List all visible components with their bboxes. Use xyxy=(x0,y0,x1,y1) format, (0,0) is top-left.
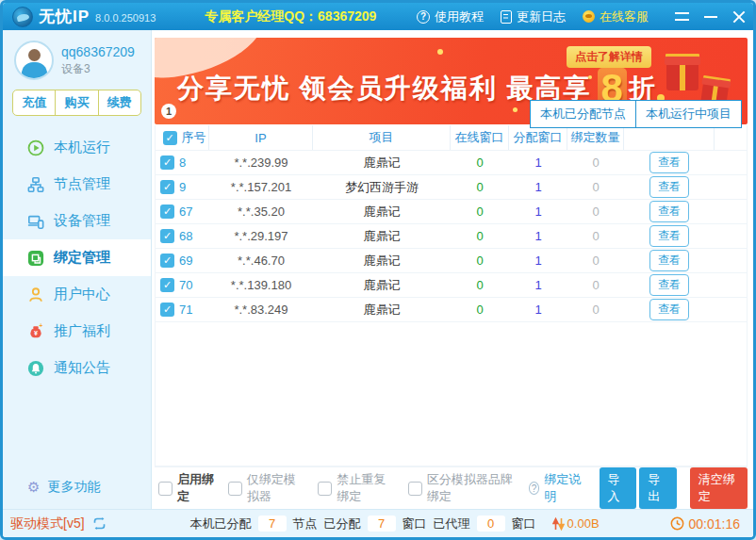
enable-binding-checkbox[interactable]: ✓ 启用绑定 xyxy=(158,471,215,505)
sidebar-item-node-management[interactable]: 节点管理 xyxy=(3,166,151,203)
app-window: 无忧IP 8.0.0.250913 专属客户经理QQ：68367209 ? 使用… xyxy=(0,0,756,540)
minimize-icon[interactable] xyxy=(704,16,717,18)
checkbox-icon[interactable]: ✓ xyxy=(318,482,332,496)
changelog-button[interactable]: 更新日志 xyxy=(501,8,566,25)
more-features-button[interactable]: ⚙ 更多功能 xyxy=(3,471,151,509)
row-checkbox[interactable]: ✓ xyxy=(160,303,174,317)
nodes-table: ✓ 序号 IP 项目 在线窗口 分配窗口 绑定数量 ✓ 8 *.*.239.99… xyxy=(155,125,748,466)
up-down-arrows-icon xyxy=(552,517,565,531)
binding-help-link[interactable]: ? 绑定说明 xyxy=(529,471,584,505)
sidebar-item-local-run[interactable]: 本机运行 xyxy=(3,129,151,166)
main-panel: 分享无忧 领会员升级福利 最高享8折 点击了解详情 1 本机已分配节点 本机运行… xyxy=(152,30,753,509)
brand-distinct-binding-checkbox[interactable]: ✓ 区分模拟器品牌绑定 xyxy=(408,471,516,505)
row-ip: *.*.35.20 xyxy=(209,205,313,219)
view-button[interactable]: 查看 xyxy=(649,201,689,222)
tab-bar: 本机已分配节点 本机运行中项目 xyxy=(530,100,742,128)
row-assigned-windows: 1 xyxy=(509,303,567,317)
recharge-button[interactable]: 充值 xyxy=(13,90,56,115)
no-duplicate-binding-checkbox[interactable]: ✓ 禁止重复绑定 xyxy=(318,471,394,505)
row-online-windows: 0 xyxy=(451,278,509,292)
row-assigned-windows: 1 xyxy=(509,155,567,170)
col-header-extra xyxy=(715,125,747,150)
device-label: 设备3 xyxy=(61,61,135,77)
row-number: 9 xyxy=(179,180,186,194)
tab-assigned-nodes[interactable]: 本机已分配节点 xyxy=(530,100,636,128)
sidebar-item-user-center[interactable]: 用户中心 xyxy=(3,276,151,313)
assigned-nodes-count: 7 xyxy=(258,515,287,532)
confetti-dot xyxy=(437,49,443,55)
row-assigned-windows: 1 xyxy=(509,254,567,268)
title-bar: 无忧IP 8.0.0.250913 专属客户经理QQ：68367209 ? 使用… xyxy=(3,3,753,30)
buy-button[interactable]: 购买 xyxy=(56,90,98,115)
row-checkbox[interactable]: ✓ xyxy=(160,180,174,194)
row-ip: *.*.46.70 xyxy=(209,254,313,268)
app-version: 8.0.0.250913 xyxy=(95,12,156,24)
row-checkbox[interactable]: ✓ xyxy=(160,205,174,219)
row-assigned-windows: 1 xyxy=(509,205,567,219)
svg-text:+: + xyxy=(40,323,43,329)
row-online-windows: 0 xyxy=(451,205,509,219)
view-button[interactable]: 查看 xyxy=(649,152,689,173)
import-button[interactable]: 导入 xyxy=(600,467,637,509)
row-checkbox[interactable]: ✓ xyxy=(160,155,174,170)
row-ip: *.*.29.197 xyxy=(209,229,313,243)
row-bound-count: 0 xyxy=(567,229,624,243)
driver-mode[interactable]: 驱动模式[v5] xyxy=(10,515,107,532)
row-checkbox[interactable]: ✓ xyxy=(160,254,174,268)
status-stats: 本机已分配 7 节点 已分配 7 窗口 已代理 0 窗口 0.00B xyxy=(190,515,600,532)
view-button[interactable]: 查看 xyxy=(649,250,689,271)
row-checkbox[interactable]: ✓ xyxy=(160,278,174,292)
tutorial-button[interactable]: ? 使用教程 xyxy=(417,8,484,25)
row-ip: *.*.83.249 xyxy=(209,303,313,317)
status-bar: 驱动模式[v5] 本机已分配 7 节点 已分配 7 窗口 已代理 0 窗口 0.… xyxy=(3,509,753,537)
sidebar-item-notices[interactable]: 通知公告 xyxy=(3,350,151,386)
table-row: ✓ 67 *.*.35.20 鹿鼎记 0 1 0 查看 xyxy=(156,200,747,224)
select-all-checkbox[interactable]: ✓ xyxy=(163,131,177,145)
emulator-only-checkbox[interactable]: ✓ 仅绑定模拟器 xyxy=(228,471,304,505)
windows-label-2: 窗口 xyxy=(512,515,536,532)
sidebar-item-binding-management[interactable]: 绑定管理 xyxy=(3,239,151,276)
row-project: 梦幻西游手游 xyxy=(313,179,451,196)
row-ip: *.*.157.201 xyxy=(209,180,313,194)
view-button[interactable]: 查看 xyxy=(649,274,689,296)
close-icon[interactable] xyxy=(732,10,746,24)
tab-running-projects[interactable]: 本机运行中项目 xyxy=(636,100,742,128)
export-button[interactable]: 导出 xyxy=(639,467,677,509)
table-empty-area xyxy=(156,322,747,466)
online-service-button[interactable]: 在线客服 xyxy=(583,8,649,25)
refresh-icon[interactable] xyxy=(91,516,107,531)
view-button[interactable]: 查看 xyxy=(649,176,689,198)
nodes-label: 节点 xyxy=(293,515,318,532)
table-row: ✓ 8 *.*.239.99 鹿鼎记 0 1 0 查看 xyxy=(156,151,747,175)
session-timer: 00:01:16 xyxy=(670,516,741,532)
sidebar-menu: 本机运行 节点管理 设备管理 绑定管理 用户中心 xyxy=(3,129,151,386)
sidebar-item-device-management[interactable]: 设备管理 xyxy=(3,203,151,239)
gear-icon: ⚙ xyxy=(27,479,40,496)
user-card: qq68367209 设备3 xyxy=(3,30,151,80)
table-row: ✓ 70 *.*.139.180 鹿鼎记 0 1 0 查看 xyxy=(156,273,747,298)
view-button[interactable]: 查看 xyxy=(649,299,689,320)
row-assigned-windows: 1 xyxy=(509,180,567,194)
view-button[interactable]: 查看 xyxy=(649,225,689,247)
table-row: ✓ 9 *.*.157.201 梦幻西游手游 0 1 0 查看 xyxy=(156,175,747,200)
checkbox-icon[interactable]: ✓ xyxy=(158,482,173,496)
checkbox-icon[interactable]: ✓ xyxy=(228,482,242,496)
manager-qq-label: 专属客户经理QQ：68367209 xyxy=(205,8,376,25)
row-checkbox[interactable]: ✓ xyxy=(160,229,174,243)
money-bag-icon: ¥+ xyxy=(27,323,44,340)
banner-page-indicator[interactable]: 1 xyxy=(161,104,176,119)
banner-cta-button[interactable]: 点击了解详情 xyxy=(567,46,651,68)
checkbox-icon[interactable]: ✓ xyxy=(408,482,422,496)
online-service-label: 在线客服 xyxy=(600,8,649,25)
hamburger-menu-icon[interactable] xyxy=(675,12,689,21)
clear-bindings-button[interactable]: 清空绑定 xyxy=(690,467,748,509)
more-features-label: 更多功能 xyxy=(47,479,100,496)
customer-service-icon xyxy=(583,10,595,23)
assigned-label: 本机已分配 xyxy=(190,515,252,532)
col-header-no: 序号 xyxy=(182,129,206,146)
row-assigned-windows: 1 xyxy=(509,278,567,292)
binding-icon xyxy=(27,250,44,267)
sidebar-item-promotion[interactable]: ¥+ 推广福利 xyxy=(3,313,151,350)
renew-button[interactable]: 续费 xyxy=(99,90,140,115)
sidebar: qq68367209 设备3 充值 购买 续费 本机运行 节点管理 xyxy=(3,30,152,509)
